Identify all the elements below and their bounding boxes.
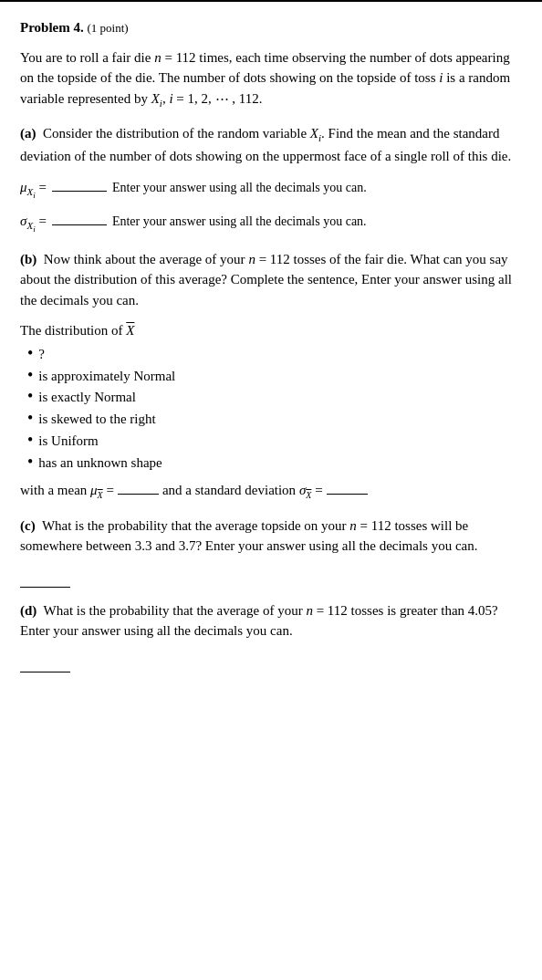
std-xbar-input[interactable] bbox=[327, 480, 368, 495]
part-d-label: (d) bbox=[20, 603, 36, 618]
intro-text: You are to roll a fair die n = 112 times… bbox=[20, 50, 510, 106]
page: Problem 4. (1 point) You are to roll a f… bbox=[0, 0, 542, 980]
sigma-formula-line: σXi = Enter your answer using all the de… bbox=[20, 211, 522, 235]
part-a-text: (a) Consider the distribution of the ran… bbox=[20, 123, 522, 166]
std-label: and a standard deviation σX = bbox=[162, 481, 323, 503]
option-approx-normal-text: is approximately Normal bbox=[38, 367, 175, 387]
part-c-answer-input[interactable] bbox=[20, 568, 70, 588]
option-exactly-normal[interactable]: • is exactly Normal bbox=[27, 388, 522, 408]
mu-answer-input[interactable] bbox=[52, 177, 107, 192]
mean-xbar-input[interactable] bbox=[118, 480, 159, 495]
part-a: (a) Consider the distribution of the ran… bbox=[20, 123, 522, 235]
option-uniform[interactable]: • is Uniform bbox=[27, 432, 522, 452]
part-c: (c) What is the probability that the ave… bbox=[20, 516, 522, 588]
problem-points: (1 point) bbox=[87, 21, 128, 35]
option-skewed-right-text: is skewed to the right bbox=[38, 410, 155, 430]
problem-header: Problem 4. (1 point) bbox=[20, 18, 522, 38]
dist-intro-line: The distribution of X bbox=[20, 321, 522, 341]
part-c-label: (c) bbox=[20, 518, 36, 533]
distribution-options-list: • ? • is approximately Normal • is exact… bbox=[27, 345, 522, 474]
part-c-text: (c) What is the probability that the ave… bbox=[20, 516, 522, 557]
option-unknown-shape[interactable]: • has an unknown shape bbox=[27, 454, 522, 474]
sigma-hint: Enter your answer using all the decimals… bbox=[112, 213, 367, 231]
sigma-symbol: σXi = bbox=[20, 212, 47, 235]
mu-symbol: μXi = bbox=[20, 178, 47, 202]
part-b-text: (b) Now think about the average of your … bbox=[20, 249, 522, 311]
part-a-label: (a) bbox=[20, 126, 36, 141]
part-d-answer-input[interactable] bbox=[20, 652, 70, 672]
mu-hint: Enter your answer using all the decimals… bbox=[112, 179, 367, 197]
problem-title: Problem 4. bbox=[20, 20, 84, 35]
x-bar-symbol: X bbox=[126, 321, 134, 341]
mean-std-line: with a mean μX = and a standard deviatio… bbox=[20, 480, 522, 503]
part-d-text: (d) What is the probability that the ave… bbox=[20, 600, 522, 641]
part-b-label: (b) bbox=[20, 252, 36, 266]
mu-formula-line: μXi = Enter your answer using all the de… bbox=[20, 177, 522, 202]
part-b: (b) Now think about the average of your … bbox=[20, 249, 522, 503]
problem-intro: You are to roll a fair die n = 112 times… bbox=[20, 47, 522, 111]
option-exactly-normal-text: is exactly Normal bbox=[38, 388, 136, 408]
option-skewed-right[interactable]: • is skewed to the right bbox=[27, 410, 522, 430]
option-uniform-text: is Uniform bbox=[38, 432, 98, 452]
part-d: (d) What is the probability that the ave… bbox=[20, 600, 522, 672]
option-unknown-shape-text: has an unknown shape bbox=[38, 454, 162, 474]
option-question: • ? bbox=[27, 345, 522, 365]
mean-std-prefix: with a mean μX = bbox=[20, 481, 114, 503]
option-approx-normal[interactable]: • is approximately Normal bbox=[27, 367, 522, 387]
option-question-text: ? bbox=[38, 345, 45, 365]
sigma-answer-input[interactable] bbox=[52, 211, 107, 225]
